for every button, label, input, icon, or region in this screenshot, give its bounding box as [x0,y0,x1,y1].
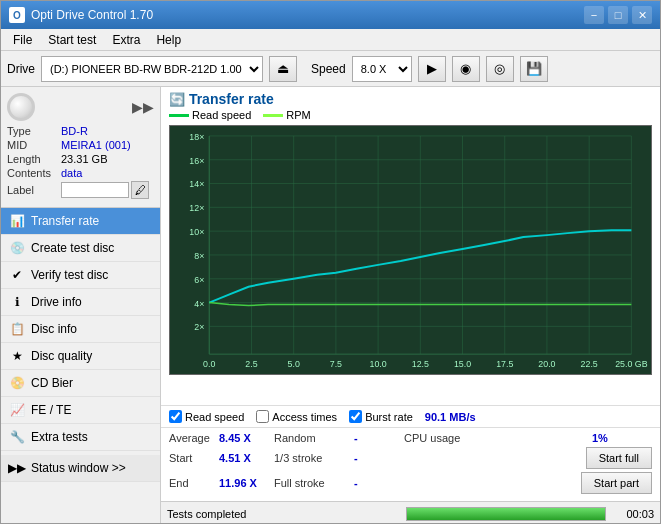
start-part-button[interactable]: Start part [581,472,652,494]
nav-label-verify-test-disc: Verify test disc [31,268,108,282]
disc-button-2[interactable]: ◎ [486,56,514,82]
play-button[interactable]: ▶ [418,56,446,82]
cd-bier-icon: 📀 [9,375,25,391]
chart-controls: Read speed Access times Burst rate 90.1 … [161,405,660,427]
length-label: Length [7,153,61,165]
stats-area: Average 8.45 X Random - CPU usage 1% Sta… [161,427,660,501]
nav-item-status-window[interactable]: ▶▶ Status window >> [1,455,160,482]
disc-mid-row: MID MEIRA1 (001) [7,139,154,151]
disc-length-row: Length 23.31 GB [7,153,154,165]
maximize-button[interactable]: □ [608,6,628,24]
read-speed-checkbox[interactable] [169,410,182,423]
svg-text:0.0: 0.0 [203,359,215,369]
eject-button[interactable]: ⏏ [269,56,297,82]
menu-help[interactable]: Help [148,31,189,49]
stroke13-value: - [354,452,404,464]
mid-value: MEIRA1 (001) [61,139,131,151]
app-title: Opti Drive Control 1.70 [31,8,584,22]
svg-text:20.0: 20.0 [538,359,555,369]
create-test-disc-icon: 💿 [9,240,25,256]
stats-row-1: Average 8.45 X Random - CPU usage 1% [169,432,652,444]
content-area: 🔄 Transfer rate Read speed RPM [161,87,660,524]
save-button[interactable]: 💾 [520,56,548,82]
extra-tests-icon: 🔧 [9,429,25,445]
transfer-rate-chart: 18× 16× 14× 12× 10× 8× 6× 4× 2× 0.0 2.5 … [169,125,652,375]
svg-text:7.5: 7.5 [330,359,342,369]
random-value: - [354,432,404,444]
progress-bar-fill [407,508,605,520]
nav-item-disc-info[interactable]: 📋 Disc info [1,316,160,343]
nav-label-status-window: Status window >> [31,461,126,475]
drive-select[interactable]: (D:) PIONEER BD-RW BDR-212D 1.00 [41,56,263,82]
access-times-checkbox-label[interactable]: Access times [256,410,337,423]
close-button[interactable]: ✕ [632,6,652,24]
type-value: BD-R [61,125,88,137]
average-value: 8.45 X [219,432,274,444]
burst-rate-check-label: Burst rate [365,411,413,423]
contents-label: Contents [7,167,61,179]
svg-text:8×: 8× [194,251,204,261]
status-window-icon: ▶▶ [9,460,25,476]
length-value: 23.31 GB [61,153,107,165]
mid-label: MID [7,139,61,151]
burst-rate-checkbox[interactable] [349,410,362,423]
nav-label-drive-info: Drive info [31,295,82,309]
nav-item-create-test-disc[interactable]: 💿 Create test disc [1,235,160,262]
type-label: Type [7,125,61,137]
svg-text:2×: 2× [194,322,204,332]
end-value: 11.96 X [219,477,274,489]
nav-menu: 📊 Transfer rate 💿 Create test disc ✔ Ver… [1,208,160,524]
stats-row-2: Start 4.51 X 1/3 stroke - Start full [169,447,652,469]
label-input[interactable] [61,182,129,198]
svg-text:12.5: 12.5 [412,359,429,369]
cpu-label: CPU usage [404,432,592,444]
svg-text:14×: 14× [189,179,204,189]
legend-read-speed: Read speed [169,109,251,121]
nav-item-transfer-rate[interactable]: 📊 Transfer rate [1,208,160,235]
svg-text:4×: 4× [194,299,204,309]
start-full-button[interactable]: Start full [586,447,652,469]
burst-rate-checkbox-label[interactable]: Burst rate [349,410,413,423]
start-value: 4.51 X [219,452,274,464]
cpu-value: 1% [592,432,652,444]
nav-label-disc-info: Disc info [31,322,77,336]
nav-item-drive-info[interactable]: ℹ Drive info [1,289,160,316]
disc-arrows[interactable]: ▶▶ [132,99,154,115]
disc-icon [7,93,35,121]
full-stroke-value: - [354,477,404,489]
disc-label-row: Label 🖊 [7,181,154,199]
nav-item-disc-quality[interactable]: ★ Disc quality [1,343,160,370]
minimize-button[interactable]: − [584,6,604,24]
svg-text:22.5: 22.5 [581,359,598,369]
nav-item-cd-bier[interactable]: 📀 CD Bier [1,370,160,397]
access-times-checkbox[interactable] [256,410,269,423]
svg-text:12×: 12× [189,203,204,213]
svg-text:2.5: 2.5 [245,359,257,369]
nav-item-fe-te[interactable]: 📈 FE / TE [1,397,160,424]
read-speed-checkbox-label[interactable]: Read speed [169,410,244,423]
nav-item-extra-tests[interactable]: 🔧 Extra tests [1,424,160,451]
svg-text:6×: 6× [194,275,204,285]
statusbar: Tests completed 00:03 [161,501,660,524]
stats-row-3: End 11.96 X Full stroke - Start part [169,472,652,494]
drive-label: Drive [7,62,35,76]
svg-text:10.0: 10.0 [370,359,387,369]
titlebar: O Opti Drive Control 1.70 − □ ✕ [1,1,660,29]
label-field-label: Label [7,184,61,196]
progress-bar [406,507,606,521]
speed-label: Speed [311,62,346,76]
nav-item-verify-test-disc[interactable]: ✔ Verify test disc [1,262,160,289]
disc-button-1[interactable]: ◉ [452,56,480,82]
menu-extra[interactable]: Extra [104,31,148,49]
menu-start-test[interactable]: Start test [40,31,104,49]
svg-text:17.5: 17.5 [496,359,513,369]
drive-info-icon: ℹ [9,294,25,310]
window-controls: − □ ✕ [584,6,652,24]
svg-text:15.0: 15.0 [454,359,471,369]
random-label: Random [274,432,354,444]
menu-file[interactable]: File [5,31,40,49]
nav-label-extra-tests: Extra tests [31,430,88,444]
chart-legend: Read speed RPM [169,109,652,121]
label-edit-button[interactable]: 🖊 [131,181,149,199]
speed-select[interactable]: 8.0 X [352,56,412,82]
